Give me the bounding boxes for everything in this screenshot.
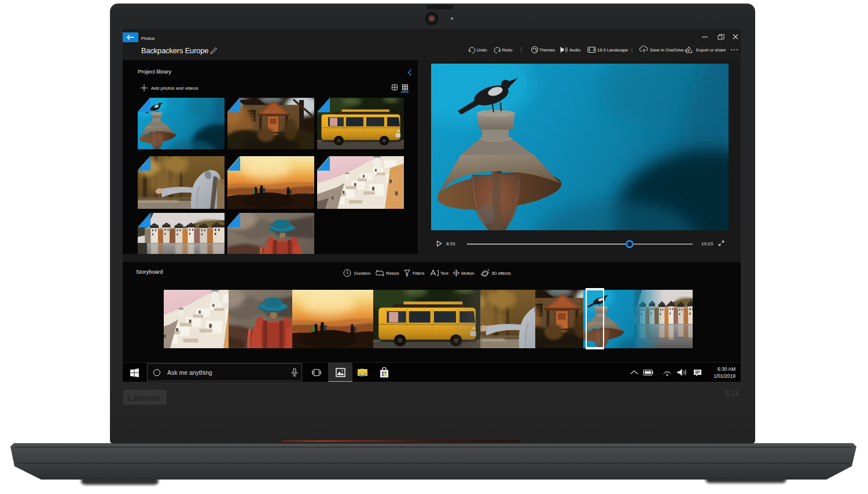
svg-text:Redo: Redo <box>502 47 513 53</box>
svg-text:6:30 AM: 6:30 AM <box>718 366 735 372</box>
svg-text:3D effects: 3D effects <box>491 271 511 276</box>
svg-text:Resize: Resize <box>386 271 399 276</box>
svg-text:Text: Text <box>440 271 449 276</box>
svg-text:1/01/2019: 1/01/2019 <box>713 373 735 379</box>
svg-text:Duration: Duration <box>354 271 370 276</box>
svg-text:Save in OneDrive: Save in OneDrive <box>650 47 684 53</box>
svg-text:Themes: Themes <box>539 47 555 53</box>
svg-text:Undo: Undo <box>477 47 487 53</box>
svg-text:Motion: Motion <box>461 271 475 276</box>
svg-text:Audio: Audio <box>569 47 580 53</box>
svg-text:Filters: Filters <box>413 271 425 276</box>
svg-text:16:9 Landscape: 16:9 Landscape <box>597 47 628 53</box>
svg-text:Export or share: Export or share <box>696 47 726 53</box>
